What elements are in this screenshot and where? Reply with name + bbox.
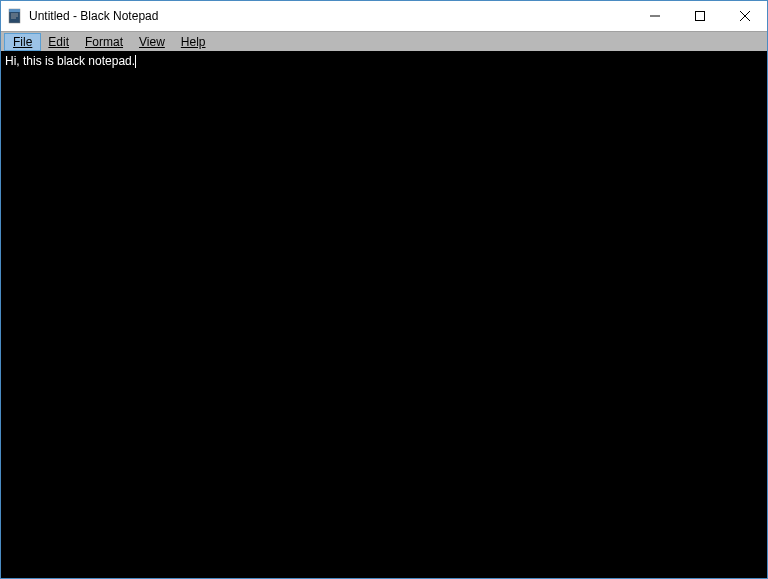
menu-help[interactable]: Help — [173, 34, 214, 50]
svg-rect-6 — [695, 12, 704, 21]
window-controls — [632, 1, 767, 31]
svg-rect-1 — [9, 9, 20, 12]
menu-edit-label: Edit — [48, 35, 69, 49]
menu-view-label: View — [139, 35, 165, 49]
menu-help-label: Help — [181, 35, 206, 49]
menu-file-label: File — [13, 35, 32, 49]
menu-view[interactable]: View — [131, 34, 173, 50]
window-title: Untitled - Black Notepad — [29, 9, 632, 23]
menu-format[interactable]: Format — [77, 34, 131, 50]
menu-format-label: Format — [85, 35, 123, 49]
text-cursor — [135, 55, 136, 68]
editor-content: Hi, this is black notepad. — [5, 54, 135, 68]
maximize-button[interactable] — [677, 1, 722, 31]
minimize-button[interactable] — [632, 1, 677, 31]
menu-file[interactable]: File — [5, 34, 40, 50]
app-icon — [7, 8, 23, 24]
close-button[interactable] — [722, 1, 767, 31]
menu-edit[interactable]: Edit — [40, 34, 77, 50]
menubar: File Edit Format View Help — [1, 31, 767, 51]
editor-area[interactable]: Hi, this is black notepad. — [1, 51, 767, 578]
titlebar: Untitled - Black Notepad — [1, 1, 767, 31]
